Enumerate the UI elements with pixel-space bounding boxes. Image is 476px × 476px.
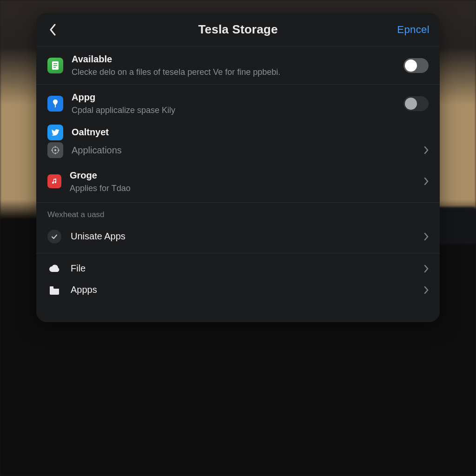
svg-rect-3 xyxy=(53,67,56,68)
row-unisate[interactable]: Unisate Apps xyxy=(36,223,440,253)
back-button[interactable] xyxy=(44,20,62,39)
folder-icon xyxy=(47,283,61,297)
chevron-right-icon xyxy=(424,146,429,154)
svg-rect-2 xyxy=(53,65,57,66)
oaltnyet-title: Oaltnyet xyxy=(72,126,418,139)
chevron-right-icon xyxy=(424,286,429,294)
music-icon xyxy=(47,174,61,188)
svg-rect-10 xyxy=(50,286,53,288)
bottom-apps-label: Appps xyxy=(71,284,418,296)
document-icon xyxy=(47,58,63,73)
svg-point-5 xyxy=(54,149,56,151)
cloud-icon xyxy=(47,262,61,276)
row-bottom-apps[interactable]: Appps xyxy=(36,279,440,304)
section-header: Wexheat a uasd xyxy=(36,203,440,223)
svg-rect-1 xyxy=(53,63,57,64)
row-oaltnyet[interactable]: Oaltnyet xyxy=(36,122,440,141)
apps-setting-subtitle: Cpdal applicalize spase Kily xyxy=(72,105,403,116)
groge-title: Groge xyxy=(70,169,418,182)
bird-icon xyxy=(47,125,63,140)
available-title: Available xyxy=(72,53,403,66)
unisate-label: Unisate Apps xyxy=(71,230,418,243)
chevron-left-icon xyxy=(49,24,57,36)
applications-label: Applications xyxy=(72,144,418,157)
check-circle-icon xyxy=(47,230,61,244)
chevron-right-icon xyxy=(424,232,429,241)
cancel-button[interactable]: Epncel xyxy=(397,24,430,36)
chevron-right-icon xyxy=(424,177,429,185)
apps-toggle[interactable] xyxy=(403,96,429,111)
row-applications[interactable]: Applications xyxy=(36,141,440,161)
settings-panel: Tesla Storage Epncel Available Clecke de… xyxy=(36,13,440,322)
row-apps-setting: Appg Cpdal applicalize spase Kily xyxy=(36,85,440,119)
groge-subtitle: Applies for Tdao xyxy=(70,183,418,194)
row-file[interactable]: File xyxy=(36,253,440,279)
available-subtitle: Clecke delo on a files of tesela perect … xyxy=(72,66,403,78)
page-title: Tesla Storage xyxy=(198,22,278,37)
file-label: File xyxy=(71,262,418,275)
target-icon xyxy=(47,142,63,158)
pin-icon xyxy=(47,96,63,112)
apps-setting-title: Appg xyxy=(72,91,403,104)
panel-header: Tesla Storage Epncel xyxy=(36,13,440,46)
row-available: Available Clecke delo on a files of tese… xyxy=(36,46,440,85)
available-toggle[interactable] xyxy=(403,58,429,73)
chevron-right-icon xyxy=(424,264,429,273)
row-groge[interactable]: Groge Applies for Tdao xyxy=(36,161,440,203)
